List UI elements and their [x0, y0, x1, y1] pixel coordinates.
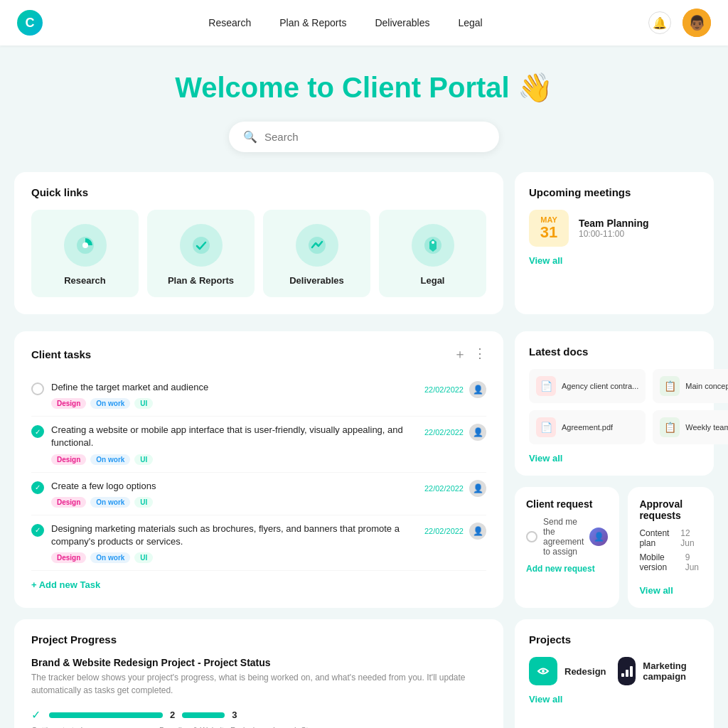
task-row: ✓ Designing marketing materials such as … [31, 523, 486, 563]
doc-name: Agreement.pdf [562, 423, 613, 432]
hero-title-highlight: Client Portal [342, 72, 510, 103]
add-new-request[interactable]: Add new request [526, 564, 595, 574]
doc-item[interactable]: 📋 Weekly team meetin... [653, 410, 728, 444]
task-meta: 22/02/2022 👤 [424, 480, 486, 497]
task-checkbox[interactable] [31, 382, 44, 395]
approval-item: Content plan 12 Jun [639, 528, 702, 548]
task-tags: Design On work UI [51, 454, 417, 465]
approval-title: Approval requests [639, 498, 702, 521]
quick-link-research-label: Research [64, 275, 106, 286]
marketing-icon-svg [619, 663, 635, 679]
doc-item[interactable]: 📋 Main concept. pdf [653, 369, 728, 403]
deliverables-icon-container [296, 224, 338, 267]
task-checkbox-done[interactable]: ✓ [31, 481, 44, 494]
date-badge: May 31 [529, 210, 569, 247]
task-tags: Design On work UI [51, 497, 417, 508]
progress-bars: ✓ 2 3 [31, 708, 486, 722]
task-avatar: 👤 [469, 381, 486, 398]
task-row: ✓ Create a few logo options Design On wo… [31, 480, 486, 508]
task-row: Define the target market and audience De… [31, 381, 486, 409]
task-checkbox-done[interactable]: ✓ [31, 524, 44, 537]
project-progress-title: Project Progress [31, 633, 486, 646]
bell-icon[interactable]: 🔔 [648, 11, 671, 34]
request-text: Send me the agreement to assign [543, 517, 584, 557]
legal-icon [422, 235, 444, 256]
doc-name: Weekly team meetin... [685, 423, 728, 432]
meeting-day: 31 [539, 224, 559, 241]
approval-requests-section: Approval requests Content plan 12 Jun Mo… [628, 487, 714, 608]
stage-num-2: 2 [170, 710, 175, 720]
approval-name: Mobile version [639, 552, 685, 572]
plan-reports-icon-container [180, 224, 223, 267]
progress-mid-segment [182, 712, 225, 718]
quick-link-plan-label: Plan & Reports [168, 275, 234, 286]
logo-letter: C [26, 16, 35, 31]
task-content: Define the target market and audience De… [51, 381, 417, 409]
tag-design: Design [51, 398, 86, 409]
tag-ui: UI [134, 497, 153, 508]
search-input[interactable] [264, 131, 485, 143]
tag-onwork: On work [90, 497, 130, 508]
doc-item[interactable]: 📄 Agency client contra... [529, 369, 646, 403]
request-checkbox[interactable] [526, 531, 537, 542]
avatar[interactable]: 👨🏾 [682, 9, 711, 37]
task-row: ✓ Creating a website or mobile app inter… [31, 424, 486, 464]
projects-section: Projects Redesign [515, 619, 714, 728]
client-tasks-section: Client tasks ＋ ⋮ Define the target marke… [14, 331, 503, 608]
projects-title: Projects [529, 633, 700, 646]
svg-point-2 [193, 237, 210, 254]
quick-link-legal-label: Legal [421, 275, 445, 286]
right-column: Latest docs 📄 Agency client contra... 📋 … [515, 331, 714, 608]
requester-avatar: 👤 [589, 528, 608, 546]
quick-link-deliverables[interactable]: Deliverables [263, 210, 370, 297]
task-text: Create a few logo options [51, 480, 417, 493]
task-text: Creating a website or mobile app interfa… [51, 424, 417, 449]
request-row: Send me the agreement to assign 👤 [526, 517, 608, 557]
task-item: ✓ Creating a website or mobile app inter… [31, 417, 486, 472]
quick-link-plan-reports[interactable]: Plan & Reports [147, 210, 255, 297]
approval-view-all[interactable]: View all [639, 585, 673, 596]
pdf-icon: 📄 [536, 417, 556, 437]
project-name-redesign: Redesign [564, 666, 606, 677]
projects-grid: Redesign Marketing campaign [529, 657, 700, 685]
task-content: Create a few logo options Design On work… [51, 480, 417, 508]
meeting-title: Team Planning [579, 218, 649, 229]
upcoming-meetings-title: Upcoming meetings [529, 186, 700, 198]
project-progress-section: Project Progress Brand & Website Redesig… [14, 619, 503, 728]
meeting-time: 10:00-11:00 [579, 229, 649, 239]
projects-view-all[interactable]: View all [529, 694, 562, 705]
project-item-redesign[interactable]: Redesign [529, 657, 611, 685]
add-task-icon[interactable]: ＋ [454, 346, 466, 363]
legal-icon-container [412, 224, 454, 267]
meeting-card: May 31 Team Planning 10:00-11:00 [529, 210, 700, 247]
project-item-marketing[interactable]: Marketing campaign [618, 657, 700, 685]
search-icon: 🔍 [243, 130, 257, 144]
docs-view-all[interactable]: View all [529, 453, 562, 464]
project-name-marketing: Marketing campaign [643, 660, 700, 682]
more-options-icon[interactable]: ⋮ [473, 346, 486, 363]
quick-link-deliverables-label: Deliverables [289, 275, 344, 286]
quick-link-research[interactable]: Research [31, 210, 139, 297]
svg-rect-7 [621, 673, 624, 677]
tag-design: Design [51, 454, 86, 465]
task-checkbox-done[interactable]: ✓ [31, 425, 44, 438]
latest-docs-title: Latest docs [529, 346, 700, 358]
docs-grid: 📄 Agency client contra... 📋 Main concept… [529, 369, 700, 444]
logo[interactable]: C [17, 10, 43, 36]
latest-docs-section: Latest docs 📄 Agency client contra... 📋 … [515, 331, 714, 476]
add-new-task[interactable]: + Add new Task [31, 579, 486, 590]
tag-ui: UI [134, 398, 153, 409]
nav-plan-reports[interactable]: Plan & Reports [279, 17, 346, 28]
meeting-info: Team Planning 10:00-11:00 [579, 218, 649, 239]
quick-link-legal[interactable]: Legal [379, 210, 486, 297]
nav-research[interactable]: Research [208, 17, 251, 28]
meetings-view-all[interactable]: View all [529, 255, 562, 266]
quick-links-grid: Research Plan & Reports [31, 210, 486, 297]
task-avatar: 👤 [469, 523, 486, 540]
tag-ui: UI [134, 552, 153, 563]
tasks-header: Client tasks ＋ ⋮ [31, 346, 486, 363]
doc-item[interactable]: 📄 Agreement.pdf [529, 410, 646, 444]
nav-deliverables[interactable]: Deliverables [375, 17, 429, 28]
nav-legal[interactable]: Legal [458, 17, 482, 28]
task-date: 22/02/2022 [424, 527, 464, 535]
